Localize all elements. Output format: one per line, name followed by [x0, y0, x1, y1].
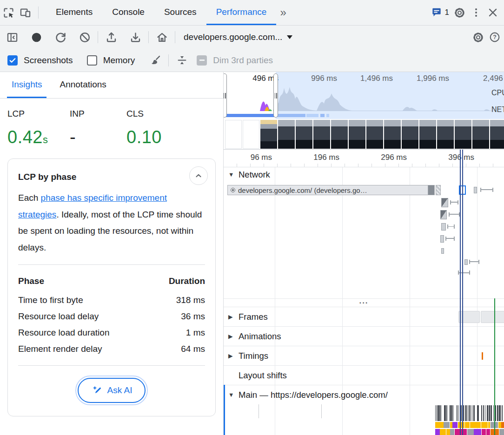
expander-icon[interactable]: ▶	[228, 333, 239, 340]
filmstrip-thumbnail[interactable]	[225, 120, 242, 149]
close-icon[interactable]	[484, 4, 501, 21]
filmstrip-thumbnail[interactable]	[455, 120, 471, 149]
filmstrip-thumbnail[interactable]	[402, 120, 418, 149]
network-request-bar[interactable]	[464, 259, 468, 265]
timeline-overview[interactable]: 496 ms996 ms1,496 ms1,996 ms2,496 ms CPU…	[224, 72, 504, 150]
garbage-collect-icon[interactable]	[147, 52, 164, 69]
flame-task-segment	[481, 422, 488, 428]
time-label: 296 ms	[370, 153, 407, 162]
ask-ai-button[interactable]: Ask AI	[78, 378, 146, 403]
track-label: Layout shifts	[239, 370, 287, 381]
flame-task-segment	[446, 429, 450, 435]
filmstrip-thumbnail[interactable]	[437, 120, 454, 149]
divider	[175, 31, 175, 43]
frame-thumbnail[interactable]	[481, 311, 504, 323]
tick-line	[321, 404, 322, 418]
network-request-bar[interactable]	[440, 235, 444, 243]
devtools-toolbar: Elements Console Sources Performance » 1	[0, 0, 504, 26]
metric-label: CLS	[126, 109, 162, 119]
capture-settings-gear-icon[interactable]	[470, 29, 486, 46]
filmstrip-thumbnail[interactable]	[260, 120, 277, 149]
network-request-bar[interactable]	[436, 185, 441, 195]
table-row: Resource load delay 36 ms	[18, 308, 205, 324]
home-icon[interactable]	[153, 29, 170, 46]
tab-console[interactable]: Console	[102, 0, 154, 25]
track-label: Main — https://developers.google.com/	[239, 390, 388, 400]
flame-task-segment	[450, 422, 452, 428]
network-request-bar[interactable]	[441, 248, 444, 254]
screenshots-label: Screenshots	[24, 55, 73, 66]
network-request-bar[interactable]	[474, 187, 477, 193]
network-request-bar[interactable]	[441, 223, 446, 231]
page-url-selector[interactable]: developers.google.com...	[180, 32, 296, 42]
phase-name: Element render delay	[18, 344, 102, 354]
flame-task-segment	[452, 422, 458, 428]
filmstrip-thumbnail[interactable]	[384, 120, 401, 149]
window-right-handle[interactable]	[273, 73, 278, 118]
expander-icon[interactable]: ▶	[228, 352, 239, 359]
expander-icon[interactable]: ▶	[228, 313, 239, 320]
tab-sources[interactable]: Sources	[154, 0, 206, 25]
filmstrip-thumbnail[interactable]	[366, 120, 383, 149]
expander-icon[interactable]: ▼	[228, 392, 239, 398]
phase-name: Time to first byte	[18, 295, 83, 305]
metric-cls[interactable]: CLS 0.10	[126, 109, 162, 147]
metric-unit: s	[43, 134, 48, 145]
download-profile-icon[interactable]	[127, 29, 144, 46]
device-toolbar-icon[interactable]	[17, 4, 33, 21]
record-button[interactable]	[28, 29, 45, 46]
screenshots-checkbox[interactable]	[7, 55, 18, 66]
filmstrip-thumbnail[interactable]	[243, 120, 259, 149]
frame-thumbnail[interactable]	[458, 311, 480, 323]
overview-time-label: 996 ms	[295, 74, 337, 83]
flame-call-bar	[435, 405, 436, 421]
filmstrip-thumbnail[interactable]	[331, 120, 348, 149]
upload-profile-icon[interactable]	[103, 29, 119, 46]
flame-call-bar	[452, 405, 454, 421]
clear-icon[interactable]	[76, 29, 93, 46]
help-icon[interactable]: ?	[486, 29, 503, 46]
tab-elements[interactable]: Elements	[46, 0, 102, 25]
page-url-label: developers.google.com...	[184, 32, 282, 42]
expander-icon[interactable]: ▼	[228, 171, 239, 178]
more-options-icon[interactable]	[468, 4, 484, 21]
inspect-element-icon[interactable]	[0, 4, 17, 21]
network-request-bar	[447, 224, 455, 229]
network-request-bar	[480, 188, 493, 192]
flame-call-bar	[471, 405, 471, 421]
window-left-handle[interactable]	[224, 73, 227, 118]
network-request-bar	[449, 212, 460, 217]
network-request-bar[interactable]: developers.google.com/ (developers.go…	[227, 185, 435, 195]
filmstrip-thumbnail[interactable]	[278, 120, 295, 149]
metric-lcp[interactable]: LCP 0.42s	[7, 109, 70, 147]
memory-checkbox[interactable]	[87, 55, 97, 66]
metric-inp[interactable]: INP -	[70, 109, 126, 147]
filmstrip-thumbnail[interactable]	[472, 120, 489, 149]
flame-task-segment	[473, 422, 477, 428]
tab-annotations[interactable]: Annotations	[55, 72, 111, 98]
issues-button[interactable]: 1	[429, 4, 451, 21]
filmstrip-thumbnail[interactable]	[313, 120, 330, 149]
network-request-bar[interactable]	[441, 198, 448, 207]
collapse-card-button[interactable]	[189, 166, 208, 185]
show-sidebar-icon[interactable]	[4, 29, 20, 46]
filmstrip-thumbnail[interactable]	[490, 120, 504, 149]
filmstrip-thumbnail[interactable]	[349, 120, 365, 149]
tab-performance[interactable]: Performance	[206, 0, 277, 25]
issues-bubble-icon	[431, 7, 443, 19]
reload-record-icon[interactable]	[52, 29, 69, 46]
flame-call-bar	[450, 405, 452, 421]
settings-gear-icon[interactable]	[451, 4, 468, 21]
divider	[38, 7, 39, 19]
filmstrip-thumbnail[interactable]	[419, 120, 436, 149]
card-title: LCP by phase	[18, 172, 205, 182]
request-response-cap	[428, 185, 434, 195]
phase-duration: 36 ms	[181, 311, 205, 322]
flame-call-bar	[499, 405, 500, 421]
tab-insights[interactable]: Insights	[7, 72, 46, 98]
network-request-bar[interactable]	[440, 210, 447, 219]
collapse-tracks-icon[interactable]	[173, 52, 190, 69]
flame-task-segment	[474, 429, 481, 435]
filmstrip-thumbnail[interactable]	[296, 120, 312, 149]
more-tabs-icon[interactable]: »	[276, 0, 290, 25]
